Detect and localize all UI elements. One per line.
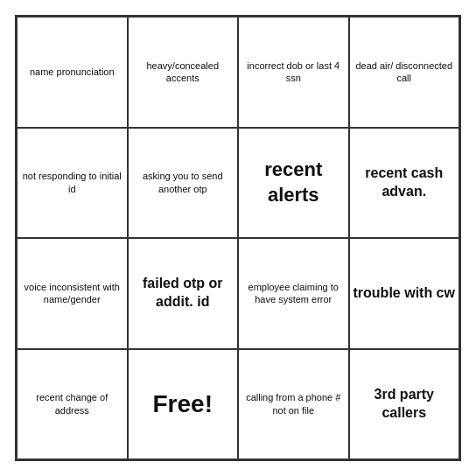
bingo-cell-r0c2: incorrect dob or last 4 ssn: [238, 17, 349, 128]
bingo-cell-r3c2: calling from a phone # not on file: [238, 349, 349, 460]
bingo-cell-r1c1: asking you to send another otp: [128, 128, 239, 239]
bingo-cell-r3c1: Free!: [128, 349, 239, 460]
bingo-cell-r2c2: employee claiming to have system error: [238, 238, 349, 349]
bingo-cell-r2c1: failed otp or addit. id: [128, 238, 239, 349]
bingo-cell-r1c3: recent cash advan.: [349, 128, 460, 239]
bingo-cell-r1c2: recent alerts: [238, 128, 349, 239]
bingo-cell-r2c0: voice inconsistent with name/gender: [17, 238, 128, 349]
bingo-cell-r0c1: heavy/concealed accents: [128, 17, 239, 128]
bingo-cell-r0c0: name pronunciation: [17, 17, 128, 128]
bingo-board: name pronunciationheavy/concealed accent…: [15, 15, 461, 461]
bingo-cell-r3c3: 3rd party callers: [349, 349, 460, 460]
bingo-cell-r0c3: dead air/ disconnected call: [349, 17, 460, 128]
bingo-cell-r3c0: recent change of address: [17, 349, 128, 460]
bingo-cell-r1c0: not responding to initial id: [17, 128, 128, 239]
bingo-cell-r2c3: trouble with cw: [349, 238, 460, 349]
